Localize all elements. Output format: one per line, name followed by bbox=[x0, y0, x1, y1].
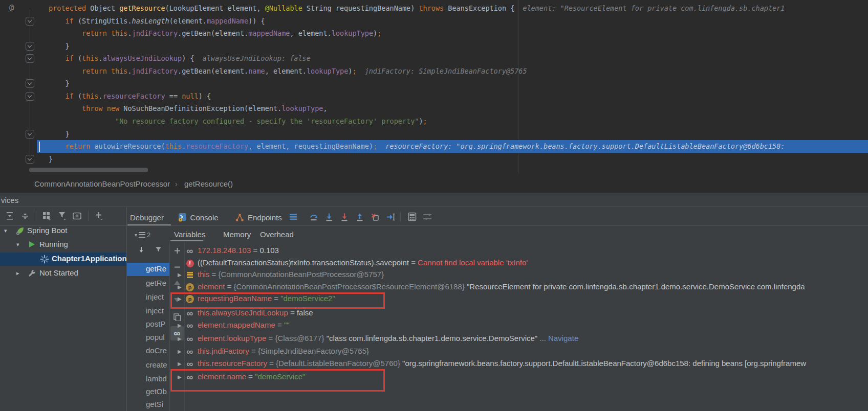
breadcrumb-separator-icon: › bbox=[175, 179, 178, 188]
inline-debug-hint: alwaysUseJndiLookup: false bbox=[203, 54, 311, 62]
frame-item[interactable]: getOb bbox=[146, 387, 167, 396]
tab-debugger[interactable]: Debugger bbox=[127, 209, 167, 226]
variable-row[interactable]: ▶∞element.mappedName = "" bbox=[0, 319, 868, 332]
divider bbox=[0, 207, 868, 207]
breadcrumb-method[interactable]: getResource() bbox=[184, 179, 233, 188]
view-tab-variables[interactable]: Variables bbox=[174, 230, 205, 239]
selected-tab-indicator bbox=[127, 224, 171, 225]
evaluate-expression-button[interactable] bbox=[405, 210, 419, 223]
code-line: "No resource factory configured - specif… bbox=[37, 115, 868, 128]
frames-list-icon bbox=[139, 232, 145, 238]
add-button[interactable] bbox=[92, 209, 105, 222]
view-tab-memory[interactable]: Memory bbox=[223, 230, 251, 239]
breadcrumb: CommonAnnotationBeanPostProcessor › getR… bbox=[0, 176, 868, 193]
run-tree-item-spring-boot[interactable]: ▾Spring Boot bbox=[0, 224, 126, 238]
view-options-button[interactable] bbox=[421, 210, 434, 223]
tab-label: Debugger bbox=[130, 213, 164, 222]
inline-debug-hint: resourceFactory: "org.springframework.be… bbox=[385, 142, 785, 150]
variable-row[interactable]: ▶pelement = {CommonAnnotationBeanPostPro… bbox=[0, 281, 868, 293]
parameter-icon: p bbox=[185, 283, 194, 292]
code-line: } bbox=[37, 40, 868, 53]
code-line: return this.jndiFactory.getBean(element.… bbox=[37, 27, 868, 40]
highlight-box-requestingBeanName bbox=[170, 292, 385, 309]
variable-row[interactable]: ▶this = {CommonAnnotationBeanPostProcess… bbox=[0, 269, 868, 281]
expand-arrow-icon[interactable]: ▶ bbox=[178, 272, 182, 278]
variable-row[interactable]: ▶∞element.lookupType = {Class@6177} "cla… bbox=[0, 333, 868, 345]
frame-item[interactable]: getSi bbox=[146, 400, 163, 408]
highlight-box-element-name bbox=[170, 369, 385, 392]
endpoints-icon bbox=[235, 213, 244, 222]
layout-menu-button[interactable] bbox=[287, 210, 300, 223]
chevron-down-icon[interactable]: ▾ bbox=[4, 227, 7, 234]
step-over-button[interactable] bbox=[307, 210, 320, 223]
collapse-all-button[interactable] bbox=[18, 209, 32, 222]
variable-row[interactable]: ▶∞this.jndiFactory = {SimpleJndiBeanFact… bbox=[0, 346, 868, 358]
tab-label: Console bbox=[190, 213, 219, 222]
variable-text: element = {CommonAnnotationBeanPostProce… bbox=[198, 282, 805, 291]
variable-text: element.lookupType = {Class@6177} "class… bbox=[198, 334, 578, 342]
watch-glasses-icon: ∞ bbox=[185, 246, 194, 256]
variable-row[interactable]: ∞172.18.248.103 = 0.103 bbox=[0, 245, 868, 257]
expand-arrow-icon[interactable]: ▶ bbox=[178, 323, 182, 328]
debug-tool-window: vices DebuggerConsoleEndpoints ▾Spring B… bbox=[0, 193, 868, 411]
variable-text: this.resourceFactory = {DefaultListableB… bbox=[198, 359, 806, 368]
variable-text: element.mappedName = "" bbox=[198, 321, 290, 329]
spring-leaf-icon bbox=[15, 226, 25, 236]
frames-thread-selector[interactable]: ▾ 2 bbox=[135, 231, 150, 239]
variable-row[interactable]: ▶∞this.resourceFactory = {DefaultListabl… bbox=[0, 358, 868, 370]
error-icon: ! bbox=[185, 259, 194, 268]
watch-glasses-icon: ∞ bbox=[185, 309, 194, 318]
watch-glasses-icon: ∞ bbox=[185, 347, 194, 356]
group-tabs-button[interactable] bbox=[40, 209, 53, 222]
code-line: if (this.alwaysUseJndiLookup) {alwaysUse… bbox=[37, 52, 868, 65]
variable-row[interactable]: !((DefaultTransactionStatus)txInfo.trans… bbox=[0, 257, 868, 269]
code-area[interactable]: protected Object getResource(LookupEleme… bbox=[0, 0, 868, 166]
code-line: } bbox=[37, 77, 868, 90]
thread-count: 2 bbox=[147, 231, 150, 239]
reset-frame-button[interactable] bbox=[368, 210, 382, 223]
tab-endpoints[interactable]: Endpoints bbox=[232, 209, 285, 226]
services-panel-title: vices bbox=[1, 196, 18, 204]
code-editor[interactable]: @ protected Object getResource(LookupEle… bbox=[0, 0, 868, 176]
code-line: if (StringUtils.hasLength(element.mapped… bbox=[37, 15, 868, 28]
selected-view-tab-indicator bbox=[170, 240, 203, 241]
view-tab-overhead[interactable]: Overhead bbox=[260, 230, 294, 239]
expand-arrow-icon[interactable]: ▶ bbox=[178, 284, 182, 290]
variable-row[interactable]: ▶∞element.name = "demoService" bbox=[0, 371, 868, 383]
new-frame-button[interactable] bbox=[71, 209, 84, 222]
toolbar-separator bbox=[36, 211, 36, 221]
inline-debug-hint: element: "ResourceElement for private co… bbox=[523, 4, 785, 12]
code-line: return this.jndiFactory.getBean(element.… bbox=[37, 65, 868, 78]
toolbar-separator bbox=[400, 212, 401, 222]
filter-button[interactable] bbox=[55, 209, 69, 222]
breadcrumb-class[interactable]: CommonAnnotationBeanPostProcessor bbox=[34, 179, 170, 188]
run-tree-label: Spring Boot bbox=[27, 226, 67, 235]
expand-all-button[interactable] bbox=[3, 209, 16, 222]
tab-console[interactable]: Console bbox=[175, 209, 222, 226]
variable-text: 172.18.248.103 = 0.103 bbox=[198, 246, 279, 255]
variable-text: this.jndiFactory = {SimpleJndiBeanFactor… bbox=[198, 347, 369, 355]
text-caret bbox=[39, 142, 40, 152]
force-step-into-button[interactable] bbox=[338, 210, 351, 223]
variable-row[interactable]: ▶prequestingBeanName = "demoService2" bbox=[0, 293, 868, 305]
variable-row[interactable]: ∞this.alwaysUseJndiLookup = false bbox=[0, 307, 868, 319]
watch-glasses-icon: ∞ bbox=[185, 334, 194, 344]
code-line: return autowireResource(this.resourceFac… bbox=[37, 140, 868, 153]
horizontal-scrollbar[interactable] bbox=[29, 168, 148, 172]
run-to-cursor-button[interactable] bbox=[384, 210, 397, 223]
tab-label: Endpoints bbox=[248, 213, 282, 222]
toolbar-separator bbox=[88, 211, 89, 221]
expand-arrow-icon[interactable]: ▶ bbox=[178, 336, 182, 341]
watch-glasses-icon: ∞ bbox=[185, 321, 194, 330]
variable-text: this = {CommonAnnotationBeanPostProcesso… bbox=[198, 270, 384, 279]
this-value-icon bbox=[185, 270, 194, 280]
expand-arrow-icon[interactable]: ▶ bbox=[178, 361, 182, 367]
variable-text: this.alwaysUseJndiLookup = false bbox=[198, 308, 313, 317]
chevron-down-icon: ▾ bbox=[135, 232, 137, 238]
console-icon bbox=[178, 213, 187, 222]
watch-glasses-icon: ∞ bbox=[185, 359, 194, 369]
expand-arrow-icon[interactable]: ▶ bbox=[178, 349, 182, 354]
navigate-link[interactable]: Navigate bbox=[548, 334, 578, 342]
step-into-button[interactable] bbox=[322, 210, 336, 223]
step-out-button[interactable] bbox=[353, 210, 366, 223]
